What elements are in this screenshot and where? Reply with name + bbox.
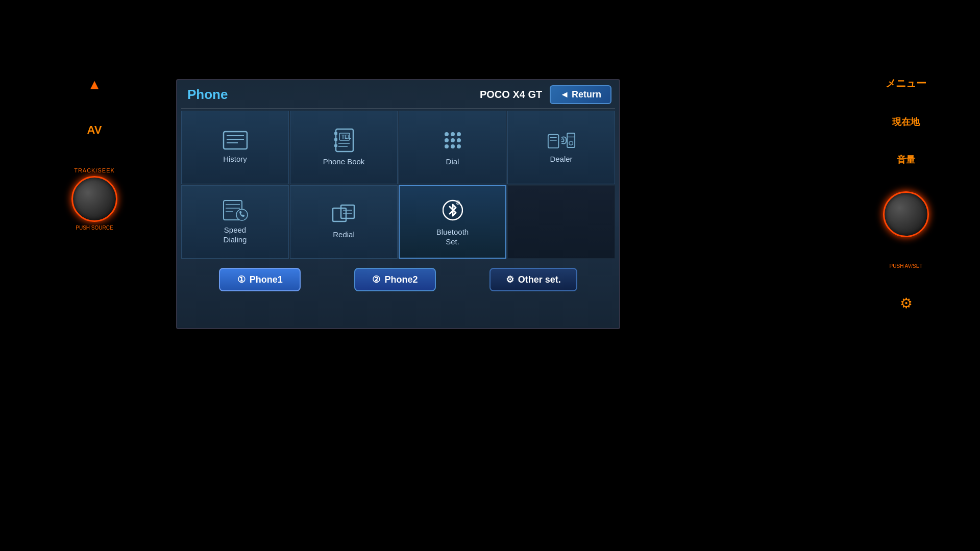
other-set-label: Other set.: [518, 274, 561, 285]
phonebook-icon: TEL: [333, 128, 355, 153]
phone-book-label: Phone Book: [323, 157, 365, 167]
svg-point-19: [451, 144, 455, 148]
return-button[interactable]: ◄ Return: [550, 85, 611, 104]
svg-rect-5: [334, 132, 337, 135]
phone2-num-icon: ②: [372, 274, 380, 285]
speed-dialing-icon: [223, 199, 248, 221]
right-controls-panel: メニュー 現在地 音量 PUSH AV/SET ⚙: [883, 77, 929, 312]
dial-label: Dial: [446, 157, 459, 167]
gear-icon[interactable]: ⚙: [900, 295, 913, 312]
menu-item-dial[interactable]: Dial: [399, 111, 506, 184]
header-right: POCO X4 GT ◄ Return: [480, 85, 611, 104]
menu-item-redial[interactable]: Redial: [290, 185, 398, 259]
dial-icon: [440, 128, 465, 153]
bluetooth-icon: R: [443, 197, 463, 223]
dealer-label: Dealer: [550, 154, 572, 164]
eject-icon[interactable]: ▲: [87, 77, 102, 93]
bluetooth-set-label: BluetoothSet.: [436, 227, 469, 247]
device-name: POCO X4 GT: [480, 89, 542, 101]
current-location-jp-label[interactable]: 現在地: [892, 116, 920, 128]
menu-item-history[interactable]: History: [181, 111, 289, 184]
redial-icon: [332, 204, 356, 226]
svg-rect-33: [341, 205, 354, 218]
svg-rect-7: [334, 144, 337, 147]
av-label: AV: [87, 123, 102, 137]
history-label: History: [223, 154, 247, 164]
history-icon: [223, 131, 248, 150]
svg-point-12: [445, 132, 449, 136]
svg-point-20: [457, 144, 461, 148]
push-avset-label: PUSH AV/SET: [890, 263, 923, 269]
phone2-button[interactable]: ② Phone2: [354, 268, 436, 291]
track-seek-knob-container: TRACK/SEEK PUSH SOURCE: [71, 167, 117, 231]
svg-text:TEL: TEL: [341, 134, 351, 140]
phone1-label: Phone1: [250, 274, 283, 285]
svg-point-18: [445, 144, 449, 148]
phone-screen: Phone POCO X4 GT ◄ Return History: [176, 79, 620, 329]
volume-knob[interactable]: [883, 191, 929, 237]
push-source-label: PUSH SOURCE: [76, 224, 113, 231]
header-divider: [181, 108, 615, 109]
svg-rect-0: [224, 132, 247, 149]
menu-item-empty: [507, 185, 615, 259]
screen-header: Phone POCO X4 GT ◄ Return: [177, 80, 619, 108]
speed-dialing-label: SpeedDialing: [224, 225, 247, 245]
phone2-label: Phone2: [384, 274, 418, 285]
left-controls-panel: ▲ AV TRACK/SEEK PUSH SOURCE: [71, 77, 117, 231]
menu-item-dealer[interactable]: Dealer: [507, 111, 615, 184]
menu-jp-label[interactable]: メニュー: [886, 77, 926, 90]
dealer-icon: [547, 131, 576, 150]
menu-item-bluetooth-set[interactable]: R BluetoothSet.: [399, 185, 506, 259]
phone1-button[interactable]: ① Phone1: [219, 268, 301, 291]
other-set-icon: ⚙: [506, 274, 514, 285]
phone-title: Phone: [187, 87, 228, 103]
track-seek-label: TRACK/SEEK: [74, 167, 115, 173]
svg-point-26: [569, 141, 572, 145]
svg-rect-6: [334, 138, 337, 141]
svg-text:R: R: [457, 202, 458, 204]
svg-point-15: [445, 138, 449, 142]
svg-point-13: [451, 132, 455, 136]
menu-grid: History TEL Phone Book: [177, 111, 619, 259]
svg-point-31: [236, 209, 248, 220]
car-screen-container: ▲ AV TRACK/SEEK PUSH SOURCE メニュー 現在地 音量 …: [0, 0, 980, 551]
menu-item-phone-book[interactable]: TEL Phone Book: [290, 111, 398, 184]
other-set-button[interactable]: ⚙ Other set.: [489, 268, 577, 291]
svg-point-16: [451, 138, 455, 142]
bottom-buttons-row: ① Phone1 ② Phone2 ⚙ Other set.: [177, 259, 619, 299]
svg-rect-21: [548, 135, 558, 148]
track-seek-knob[interactable]: [71, 176, 117, 222]
redial-label: Redial: [333, 230, 355, 240]
svg-point-14: [457, 132, 461, 136]
svg-point-17: [457, 138, 461, 142]
phone1-num-icon: ①: [237, 274, 246, 285]
volume-jp-label: 音量: [897, 154, 915, 166]
menu-item-speed-dialing[interactable]: SpeedDialing: [181, 185, 289, 259]
